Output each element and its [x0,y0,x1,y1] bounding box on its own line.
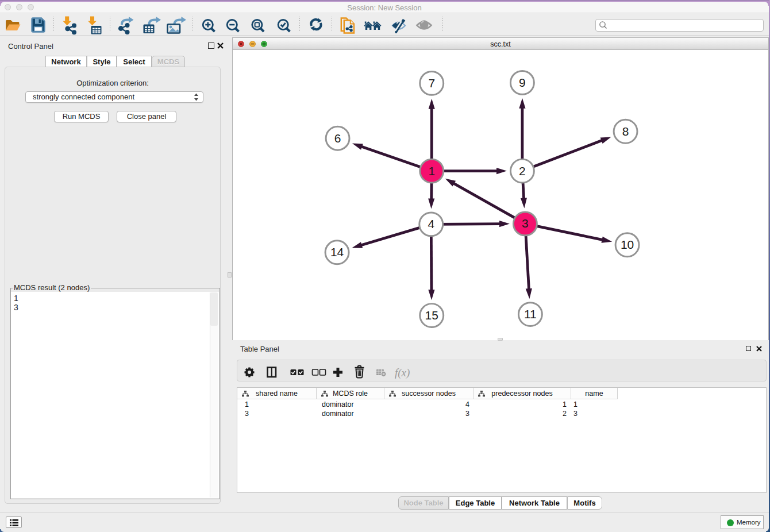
svg-text:6: 6 [334,132,341,145]
svg-text:1: 1 [428,164,435,178]
svg-text:14: 14 [330,245,344,259]
svg-text:15: 15 [425,309,438,322]
svg-text:3: 3 [522,217,529,230]
svg-text:f(x): f(x) [395,367,410,379]
svg-text:8: 8 [622,125,629,138]
svg-text:11: 11 [524,307,537,321]
svg-text:2: 2 [519,164,526,178]
svg-text:4: 4 [428,217,434,230]
svg-text:9: 9 [519,76,526,89]
svg-text:10: 10 [621,238,634,251]
svg-text:7: 7 [428,76,435,90]
